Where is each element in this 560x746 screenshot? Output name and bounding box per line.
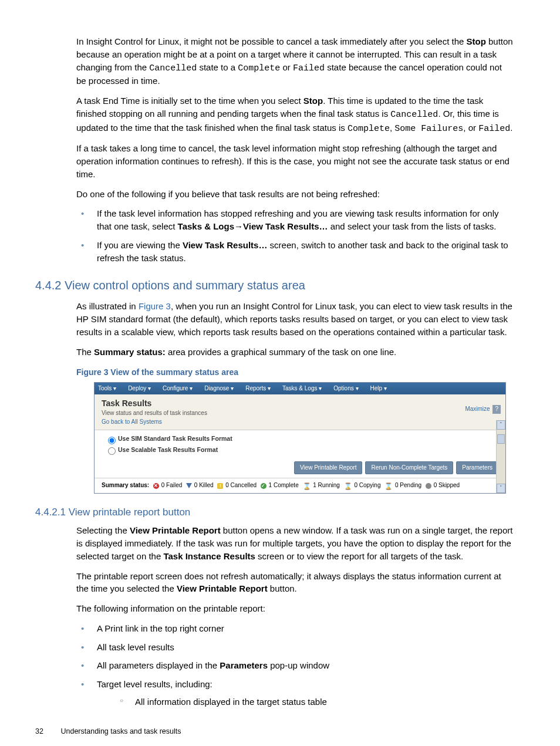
list-item: All information displayed in the target … xyxy=(117,696,513,708)
bullet-list: If the task level information has stoppe… xyxy=(76,207,525,264)
scroll-down-icon[interactable]: ˅ xyxy=(497,484,505,493)
back-link[interactable]: Go back to All Systems xyxy=(95,418,505,430)
paragraph: Selecting the View Printable Report butt… xyxy=(76,524,513,562)
running-icon: ⌛ xyxy=(303,483,311,489)
menu-item[interactable]: Deploy ▾ xyxy=(128,384,151,393)
menu-item[interactable]: Diagnose ▾ xyxy=(204,384,234,393)
page-footer: 32 Understanding tasks and task results xyxy=(35,726,525,737)
skipped-icon xyxy=(426,483,431,489)
radio-input[interactable] xyxy=(108,447,116,455)
complete-icon: ✓ xyxy=(261,483,266,489)
maximize-control: Maximize ? xyxy=(465,405,501,414)
killed-icon xyxy=(186,483,192,488)
footer-text: Understanding tasks and task results xyxy=(60,727,181,735)
paragraph: Do one of the following if you believe t… xyxy=(76,188,513,201)
scroll-up-icon[interactable]: ˄ xyxy=(497,420,505,430)
section-heading: 4.4.2 View control options and summary s… xyxy=(35,277,525,294)
radio-option[interactable]: Use SIM Standard Task Results Format xyxy=(105,434,498,444)
subsection-heading: 4.4.2.1 View printable report button xyxy=(35,505,525,520)
bullet-list: A Print link in the top right corner All… xyxy=(76,622,525,708)
cancelled-icon: ! xyxy=(217,483,223,489)
page-subtitle: View status and results of task instance… xyxy=(95,409,505,418)
menu-item[interactable]: Tools ▾ xyxy=(98,384,116,393)
radio-option[interactable]: Use Scalable Task Results Format xyxy=(105,445,498,455)
page-number: 32 xyxy=(35,726,59,737)
list-item: If you are viewing the View Task Results… xyxy=(76,239,513,265)
copying-icon: ⌛ xyxy=(344,483,352,489)
menu-item[interactable]: Reports ▾ xyxy=(245,384,271,393)
list-item: Target level results, including: All inf… xyxy=(76,678,513,708)
scrollbar[interactable]: ˄ ˅ xyxy=(496,420,505,493)
paragraph: The Summary status: area provides a grap… xyxy=(76,346,513,359)
paragraph: If a task takes a long time to cancel, t… xyxy=(76,142,513,180)
scroll-thumb[interactable] xyxy=(497,434,505,444)
rerun-targets-button[interactable]: Rerun Non-Complete Targets xyxy=(365,461,453,475)
figure-caption: Figure 3 View of the summary status area xyxy=(76,366,525,378)
list-item: All parameters displayed in the Paramete… xyxy=(76,659,513,672)
menu-item[interactable]: Help ▾ xyxy=(370,384,387,393)
paragraph: The following information on the printab… xyxy=(76,602,513,615)
list-item: If the task level information has stoppe… xyxy=(76,207,513,233)
paragraph: The printable report screen does not ref… xyxy=(76,570,513,596)
summary-status: Summary status: ✕ 0 Failed 0 Killed ! 0 … xyxy=(95,478,505,493)
pending-icon: ⌛ xyxy=(384,483,393,489)
view-printable-report-button[interactable]: View Printable Report xyxy=(294,461,363,475)
failed-icon: ✕ xyxy=(153,483,159,489)
paragraph: As illustrated in Figure 3, when you run… xyxy=(76,300,513,338)
menu-item[interactable]: Configure ▾ xyxy=(163,384,193,393)
paragraph: A task End Time is initially set to the … xyxy=(76,94,513,135)
list-item: All task level results xyxy=(76,641,513,654)
figure-screenshot: Tools ▾ Deploy ▾ Configure ▾ Diagnose ▾ … xyxy=(94,382,506,494)
page-title: Task Results xyxy=(95,397,505,409)
menu-item[interactable]: Tasks & Logs ▾ xyxy=(282,384,322,393)
list-item: A Print link in the top right corner xyxy=(76,622,513,635)
menu-item[interactable]: Options ▾ xyxy=(333,384,358,393)
help-icon[interactable]: ? xyxy=(492,405,501,414)
menu-bar: Tools ▾ Deploy ▾ Configure ▾ Diagnose ▾ … xyxy=(95,383,505,395)
figure-link[interactable]: Figure 3 xyxy=(139,301,171,311)
options-panel: Use SIM Standard Task Results Format Use… xyxy=(95,430,505,478)
parameters-button[interactable]: Parameters xyxy=(456,461,498,475)
radio-input[interactable] xyxy=(108,437,116,444)
paragraph: In Insight Control for Linux, it might n… xyxy=(76,35,513,87)
maximize-link[interactable]: Maximize xyxy=(465,406,490,412)
sub-list: All information displayed in the target … xyxy=(117,696,513,708)
